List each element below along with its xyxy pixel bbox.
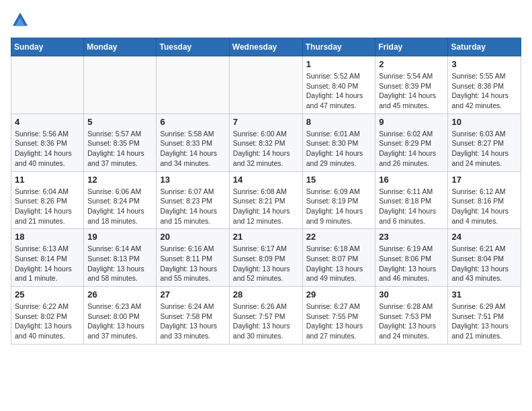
day-number: 25	[15, 289, 80, 300]
day-cell: 17Sunrise: 6:12 AMSunset: 8:16 PMDayligh…	[448, 171, 521, 229]
day-cell: 29Sunrise: 6:27 AMSunset: 7:55 PMDayligh…	[302, 287, 375, 345]
day-info: Sunrise: 5:55 AMSunset: 8:38 PMDaylight:…	[451, 71, 517, 111]
day-number: 26	[87, 289, 152, 300]
day-cell: 28Sunrise: 6:26 AMSunset: 7:57 PMDayligh…	[229, 287, 302, 345]
day-number: 9	[379, 117, 444, 127]
day-cell: 31Sunrise: 6:29 AMSunset: 7:51 PMDayligh…	[448, 287, 521, 345]
day-number: 4	[15, 117, 80, 127]
day-cell	[157, 56, 229, 114]
day-cell	[84, 56, 157, 114]
day-cell	[11, 56, 84, 114]
day-cell: 26Sunrise: 6:23 AMSunset: 8:00 PMDayligh…	[84, 287, 157, 345]
week-row-5: 25Sunrise: 6:22 AMSunset: 8:02 PMDayligh…	[11, 287, 521, 345]
day-number: 29	[306, 289, 372, 300]
day-info: Sunrise: 6:27 AMSunset: 7:55 PMDaylight:…	[306, 302, 372, 341]
day-info: Sunrise: 6:08 AMSunset: 8:21 PMDaylight:…	[233, 187, 299, 226]
day-number: 8	[306, 117, 372, 127]
day-number: 17	[451, 175, 517, 185]
day-info: Sunrise: 6:02 AMSunset: 8:29 PMDaylight:…	[379, 129, 444, 169]
day-cell: 5Sunrise: 5:57 AMSunset: 8:35 PMDaylight…	[84, 113, 157, 171]
day-cell: 14Sunrise: 6:08 AMSunset: 8:21 PMDayligh…	[229, 171, 302, 229]
day-cell: 15Sunrise: 6:09 AMSunset: 8:19 PMDayligh…	[302, 171, 375, 229]
day-cell: 23Sunrise: 6:19 AMSunset: 8:06 PMDayligh…	[375, 229, 448, 287]
day-cell: 6Sunrise: 5:58 AMSunset: 8:33 PMDaylight…	[157, 113, 229, 171]
day-number: 12	[87, 175, 152, 185]
day-number: 15	[306, 175, 372, 185]
day-number: 2	[379, 59, 444, 69]
day-info: Sunrise: 6:00 AMSunset: 8:32 PMDaylight:…	[233, 129, 299, 169]
day-number: 11	[15, 175, 80, 185]
day-info: Sunrise: 5:58 AMSunset: 8:33 PMDaylight:…	[160, 129, 225, 169]
day-cell: 11Sunrise: 6:04 AMSunset: 8:26 PMDayligh…	[11, 171, 84, 229]
day-info: Sunrise: 5:56 AMSunset: 8:36 PMDaylight:…	[15, 129, 80, 169]
day-number: 3	[451, 59, 517, 69]
week-row-4: 18Sunrise: 6:13 AMSunset: 8:14 PMDayligh…	[11, 229, 521, 287]
day-info: Sunrise: 6:17 AMSunset: 8:09 PMDaylight:…	[233, 244, 299, 283]
day-cell: 9Sunrise: 6:02 AMSunset: 8:29 PMDaylight…	[375, 113, 448, 171]
day-cell: 20Sunrise: 6:16 AMSunset: 8:11 PMDayligh…	[157, 229, 229, 287]
day-info: Sunrise: 6:24 AMSunset: 7:58 PMDaylight:…	[160, 302, 225, 341]
day-number: 7	[233, 117, 299, 127]
day-number: 5	[87, 117, 152, 127]
day-info: Sunrise: 6:22 AMSunset: 8:02 PMDaylight:…	[15, 302, 80, 341]
day-cell: 18Sunrise: 6:13 AMSunset: 8:14 PMDayligh…	[11, 229, 84, 287]
calendar-header-row: SundayMondayTuesdayWednesdayThursdayFrid…	[11, 38, 521, 56]
day-info: Sunrise: 6:07 AMSunset: 8:23 PMDaylight:…	[160, 187, 225, 226]
day-info: Sunrise: 6:19 AMSunset: 8:06 PMDaylight:…	[379, 244, 444, 283]
header-friday: Friday	[375, 38, 448, 56]
header-wednesday: Wednesday	[229, 38, 302, 56]
day-cell: 27Sunrise: 6:24 AMSunset: 7:58 PMDayligh…	[157, 287, 229, 345]
day-info: Sunrise: 6:06 AMSunset: 8:24 PMDaylight:…	[87, 187, 152, 226]
day-number: 10	[451, 117, 517, 127]
day-number: 14	[233, 175, 299, 185]
day-cell: 7Sunrise: 6:00 AMSunset: 8:32 PMDaylight…	[229, 113, 302, 171]
day-number: 30	[379, 289, 444, 300]
day-info: Sunrise: 6:11 AMSunset: 8:18 PMDaylight:…	[379, 187, 444, 226]
day-info: Sunrise: 6:18 AMSunset: 8:07 PMDaylight:…	[306, 244, 372, 283]
day-cell: 25Sunrise: 6:22 AMSunset: 8:02 PMDayligh…	[11, 287, 84, 345]
day-cell: 3Sunrise: 5:55 AMSunset: 8:38 PMDaylight…	[448, 56, 521, 114]
day-cell: 24Sunrise: 6:21 AMSunset: 8:04 PMDayligh…	[448, 229, 521, 287]
day-info: Sunrise: 6:01 AMSunset: 8:30 PMDaylight:…	[306, 129, 372, 169]
header-monday: Monday	[84, 38, 157, 56]
day-cell: 4Sunrise: 5:56 AMSunset: 8:36 PMDaylight…	[11, 113, 84, 171]
logo	[11, 11, 32, 30]
day-info: Sunrise: 6:29 AMSunset: 7:51 PMDaylight:…	[451, 302, 517, 341]
day-info: Sunrise: 6:09 AMSunset: 8:19 PMDaylight:…	[306, 187, 372, 226]
day-number: 20	[160, 232, 225, 242]
day-number: 27	[160, 289, 225, 300]
header	[11, 11, 521, 30]
day-cell: 30Sunrise: 6:28 AMSunset: 7:53 PMDayligh…	[375, 287, 448, 345]
day-info: Sunrise: 6:13 AMSunset: 8:14 PMDaylight:…	[15, 244, 80, 283]
day-cell: 13Sunrise: 6:07 AMSunset: 8:23 PMDayligh…	[157, 171, 229, 229]
week-row-3: 11Sunrise: 6:04 AMSunset: 8:26 PMDayligh…	[11, 171, 521, 229]
header-saturday: Saturday	[448, 38, 521, 56]
day-info: Sunrise: 6:04 AMSunset: 8:26 PMDaylight:…	[15, 187, 80, 226]
day-cell: 16Sunrise: 6:11 AMSunset: 8:18 PMDayligh…	[375, 171, 448, 229]
day-info: Sunrise: 5:52 AMSunset: 8:40 PMDaylight:…	[306, 71, 372, 111]
day-info: Sunrise: 6:12 AMSunset: 8:16 PMDaylight:…	[451, 187, 517, 226]
day-info: Sunrise: 6:26 AMSunset: 7:57 PMDaylight:…	[233, 302, 299, 341]
day-cell: 8Sunrise: 6:01 AMSunset: 8:30 PMDaylight…	[302, 113, 375, 171]
day-info: Sunrise: 6:03 AMSunset: 8:27 PMDaylight:…	[451, 129, 517, 169]
day-cell: 19Sunrise: 6:14 AMSunset: 8:13 PMDayligh…	[84, 229, 157, 287]
week-row-2: 4Sunrise: 5:56 AMSunset: 8:36 PMDaylight…	[11, 113, 521, 171]
day-cell	[229, 56, 302, 114]
day-info: Sunrise: 5:54 AMSunset: 8:39 PMDaylight:…	[379, 71, 444, 111]
day-number: 21	[233, 232, 299, 242]
header-sunday: Sunday	[11, 38, 84, 56]
week-row-1: 1Sunrise: 5:52 AMSunset: 8:40 PMDaylight…	[11, 56, 521, 114]
day-info: Sunrise: 6:14 AMSunset: 8:13 PMDaylight:…	[87, 244, 152, 283]
day-number: 31	[451, 289, 517, 300]
day-number: 13	[160, 175, 225, 185]
day-info: Sunrise: 6:28 AMSunset: 7:53 PMDaylight:…	[379, 302, 444, 341]
day-number: 16	[379, 175, 444, 185]
day-cell: 12Sunrise: 6:06 AMSunset: 8:24 PMDayligh…	[84, 171, 157, 229]
day-info: Sunrise: 5:57 AMSunset: 8:35 PMDaylight:…	[87, 129, 152, 169]
header-thursday: Thursday	[302, 38, 375, 56]
day-number: 6	[160, 117, 225, 127]
calendar: SundayMondayTuesdayWednesdayThursdayFrid…	[11, 38, 521, 345]
day-cell: 10Sunrise: 6:03 AMSunset: 8:27 PMDayligh…	[448, 113, 521, 171]
day-cell: 22Sunrise: 6:18 AMSunset: 8:07 PMDayligh…	[302, 229, 375, 287]
day-cell: 2Sunrise: 5:54 AMSunset: 8:39 PMDaylight…	[375, 56, 448, 114]
